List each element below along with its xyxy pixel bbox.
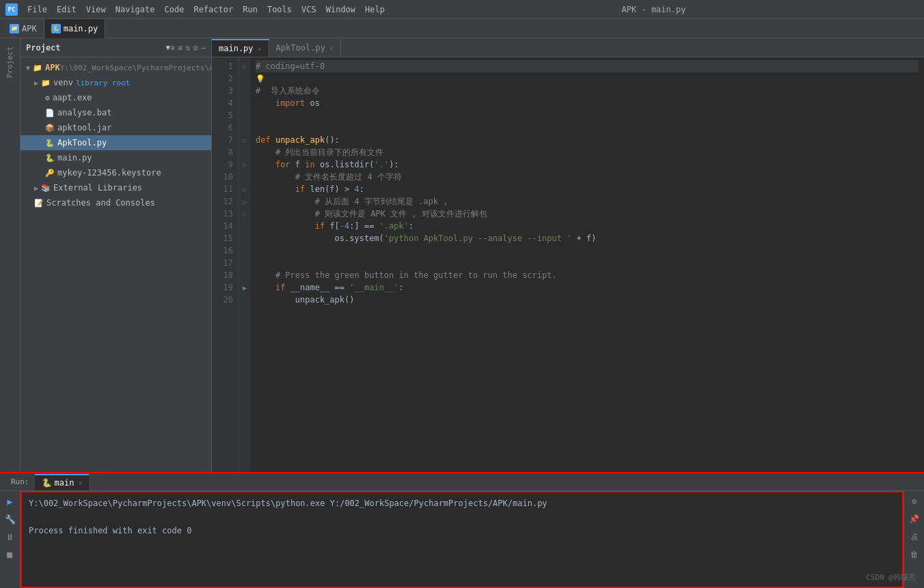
apk-folder-icon: 📁 xyxy=(10,24,19,33)
line-numbers: 1 2 3 4 5 6 7 8 9 10 11 12 13 14 15 16 1 xyxy=(212,57,239,472)
project-toolbar: ⊕ ≡ ⇅ ⚙ − xyxy=(170,43,206,53)
tree-aapt[interactable]: ⚙ aapt.exe xyxy=(21,90,211,105)
tab-main-py[interactable]: 🐍 main.py xyxy=(44,19,106,38)
run-stop-btn[interactable]: ⏹ xyxy=(3,547,18,562)
fold-icon-12[interactable]: ▷ xyxy=(243,198,247,206)
tree-root[interactable]: ▼ 📁 APK Y:\002_WorkSpace\PycharmProjects… xyxy=(21,60,211,75)
bottom-panel: Run: 🐍 main × ▶ 🔧 ⏸ ⏹ Y:\002_WorkSpace\P… xyxy=(0,472,924,588)
gutter-8 xyxy=(239,146,250,158)
fold-icon-11[interactable]: ▷ xyxy=(243,186,247,193)
code-line-8: # 列出当前目录下的所有文件 xyxy=(256,146,919,158)
main-py-tree-label: main.py xyxy=(57,153,92,163)
scratches-icon: 📝 xyxy=(34,199,44,208)
editor-tab-apktool-py[interactable]: ApkTool.py × xyxy=(269,39,341,57)
ln-12: 12 xyxy=(212,195,239,208)
ln-15: 15 xyxy=(212,232,239,244)
tab-apk[interactable]: 📁 APK xyxy=(3,19,44,38)
code-line-6 xyxy=(256,122,919,134)
tree-keystore[interactable]: 🔑 mykey-123456.keystore xyxy=(21,165,211,180)
root-path: Y:\002_WorkSpace\PycharmProjects\APK xyxy=(60,64,211,72)
gutter-6 xyxy=(239,122,250,134)
tree-apktool-jar[interactable]: 📦 apktool.jar xyxy=(21,120,211,135)
code-line-18: # Press the green button in the gutter t… xyxy=(256,269,919,281)
run-play-btn[interactable]: ▶ xyxy=(3,494,18,509)
code-line-9: for f in os.listdir('.'): xyxy=(256,158,919,171)
keystore-icon: 🔑 xyxy=(45,169,55,178)
code-line-20: unpack_apk() xyxy=(256,294,919,306)
gutter-10 xyxy=(239,171,250,183)
tree-external-libs[interactable]: ▶ 📚 External Libraries xyxy=(21,180,211,195)
console-output: Y:\002_WorkSpace\PycharmProjects\APK\ven… xyxy=(21,491,903,588)
editor-tab-main-py-close[interactable]: × xyxy=(258,45,262,53)
menu-edit[interactable]: Edit xyxy=(53,3,81,16)
ln-3: 3 xyxy=(212,85,239,97)
menu-file[interactable]: File xyxy=(23,3,51,16)
menu-run[interactable]: Run xyxy=(239,3,262,16)
bottom-print-btn[interactable]: 🖨 xyxy=(907,529,922,544)
menu-code[interactable]: Code xyxy=(161,3,189,16)
bottom-sidebar: ▶ 🔧 ⏸ ⏹ xyxy=(0,491,21,588)
bottom-trash-btn[interactable]: 🗑 xyxy=(907,547,922,562)
keystore-label: mykey-123456.keystore xyxy=(57,168,161,178)
editor-tab-apktool-py-close[interactable]: × xyxy=(329,44,334,52)
root-arrow-icon: ▼ xyxy=(26,64,30,72)
menu-window[interactable]: Window xyxy=(322,3,359,16)
code-line-13: # 则该文件是 APK 文件 , 对该文件进行解包 xyxy=(256,208,919,220)
fold-icon-7[interactable]: ▷ xyxy=(243,137,247,144)
tree-main-py[interactable]: 🐍 main.py xyxy=(21,150,211,165)
fold-icon-9[interactable]: ▷ xyxy=(243,161,247,169)
gutter-19: ▶ xyxy=(239,281,250,294)
menu-vcs[interactable]: VCS xyxy=(297,3,321,16)
menu-navigate[interactable]: Navigate xyxy=(111,3,159,16)
gutter-20 xyxy=(239,294,250,306)
editor-tab-main-py[interactable]: main.py × xyxy=(212,39,269,57)
bottom-tab-close[interactable]: × xyxy=(78,479,82,487)
tree-scratches[interactable]: 📝 Scratches and Consoles xyxy=(21,195,211,210)
locate-icon[interactable]: ⊕ xyxy=(170,43,175,53)
expand-icon[interactable]: ⇅ xyxy=(185,43,190,53)
menu-refactor[interactable]: Refactor xyxy=(189,3,237,16)
gutter-4 xyxy=(239,97,250,109)
menu-view[interactable]: View xyxy=(82,3,110,16)
ln-5: 5 xyxy=(212,109,239,122)
editor-tab-apktool-py-label: ApkTool.py xyxy=(276,43,325,53)
run-arrow-icon[interactable]: ▶ xyxy=(243,284,247,292)
tree-analyse[interactable]: 📄 analyse.bat xyxy=(21,105,211,120)
code-line-4: import os xyxy=(256,97,919,109)
code-line-12: # 从后面 4 字节到结尾是 .apk , xyxy=(256,195,919,208)
tree-apktool-py[interactable]: 🐍 ApkTool.py xyxy=(21,135,211,150)
ln-4: 4 xyxy=(212,97,239,109)
fold-icon-1[interactable]: ▷ xyxy=(243,63,247,70)
settings-icon[interactable]: ⚙ xyxy=(193,43,198,53)
collapse-all-icon[interactable]: ≡ xyxy=(178,43,182,53)
bottom-pin-btn[interactable]: 📌 xyxy=(907,512,922,527)
ln-18: 18 xyxy=(212,269,239,281)
ln-8: 8 xyxy=(212,146,239,158)
bottom-settings-btn[interactable]: ⚙ xyxy=(907,494,922,509)
ln-10: 10 xyxy=(212,171,239,183)
project-strip-label[interactable]: Project xyxy=(5,46,14,78)
project-header: Project ▼ ⊕ ≡ ⇅ ⚙ − xyxy=(21,38,211,57)
gutter-9: ▷ xyxy=(239,158,250,171)
code-line-2: 💡 xyxy=(256,72,919,85)
title-bar: PC File Edit View Navigate Code Refactor… xyxy=(0,0,924,19)
gutter-18 xyxy=(239,269,250,281)
menu-tools[interactable]: Tools xyxy=(263,3,296,16)
fold-icon-13[interactable]: ▷ xyxy=(243,210,247,218)
ln-11: 11 xyxy=(212,183,239,195)
menu-help[interactable]: Help xyxy=(361,3,389,16)
gutter-5 xyxy=(239,109,250,122)
bottom-tab-main[interactable]: 🐍 main × xyxy=(35,474,90,490)
hide-icon[interactable]: − xyxy=(201,43,206,53)
code-line-16 xyxy=(256,244,919,257)
code-content[interactable]: # coding=utf-8 💡 # 导入系统命令 import os def … xyxy=(250,57,924,472)
root-label: APK xyxy=(45,63,60,72)
gutter-7: ▷ xyxy=(239,134,250,146)
code-editor[interactable]: 1 2 3 4 5 6 7 8 9 10 11 12 13 14 15 16 1 xyxy=(212,57,924,472)
tree-venv[interactable]: ▶ 📁 venv library root xyxy=(21,75,211,90)
run-pause-btn[interactable]: ⏸ xyxy=(3,529,18,544)
code-line-17 xyxy=(256,257,919,269)
apktool-py-label: ApkTool.py xyxy=(57,138,107,148)
run-wrench-btn[interactable]: 🔧 xyxy=(3,512,18,527)
editor-container: main.py × ApkTool.py × 1 2 3 4 5 6 7 xyxy=(212,38,924,472)
